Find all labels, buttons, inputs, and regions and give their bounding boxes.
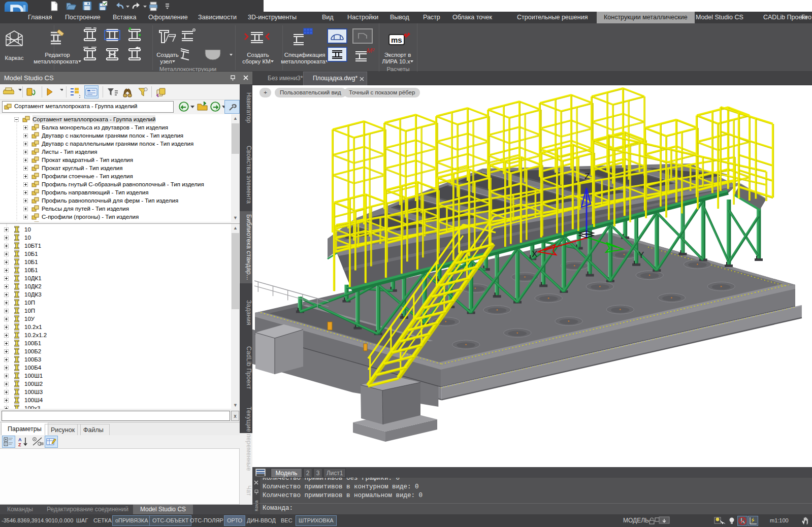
svg-text:Y: Y [638,250,644,260]
svg-text:Кома: Кома [254,500,259,511]
svg-text:Z: Z [18,442,21,447]
svg-text:ms: ms [391,36,402,44]
svg-text:Z: Z [584,172,590,181]
svg-text:A: A [18,437,22,442]
svg-text:X: X [532,249,537,259]
